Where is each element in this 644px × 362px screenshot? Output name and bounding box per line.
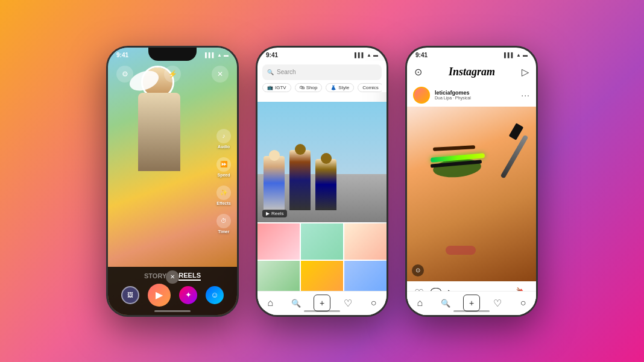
battery-icon: ▬ (373, 52, 378, 58)
main-video-reel[interactable]: ▶ Reels (257, 102, 387, 222)
story-tab[interactable]: STORY (144, 272, 166, 279)
settings-icon[interactable]: ⚙ (116, 66, 133, 83)
nav-add-button[interactable]: + (463, 295, 480, 311)
record-button[interactable]: ▶ (148, 284, 171, 307)
instagram-logo: Instagram (449, 66, 495, 78)
shop-label: Shop (306, 85, 318, 90)
timer-control[interactable]: ⏱ Timer (216, 214, 231, 234)
category-comics[interactable]: Comics (358, 83, 382, 92)
nav-profile-button[interactable]: ○ (515, 295, 532, 311)
nav-heart-button[interactable]: ♡ (489, 295, 506, 311)
phone2-status-icons: ▌▌▌ ▲ ▬ (355, 52, 378, 58)
phone1-shutter-row: 🖼 ▶ ✦ ☺ (121, 284, 224, 307)
phone1-top-controls: ⚙ ⚡ ✕ (108, 66, 237, 83)
post-options-button[interactable]: ··· (521, 90, 530, 100)
nav-search-button[interactable]: 🔍 (437, 295, 454, 311)
search-bar[interactable]: 🔍 Search (262, 64, 382, 80)
audio-label: Audio (218, 145, 230, 149)
categories-row: 📺 IGTV 🛍 Shop 👗 Style Comics TV & Movi… (262, 83, 382, 92)
face-image: ⊙ (407, 107, 536, 281)
phone1-home-indicator (154, 310, 191, 312)
wifi-icon: ▲ (367, 52, 371, 58)
phone2-time: 9:41 (266, 52, 278, 58)
effects-icon: ✨ (216, 186, 231, 200)
audio-control[interactable]: ♪ Audio (216, 129, 231, 149)
poster-avatar[interactable] (413, 87, 430, 104)
speed-icon: ⏩ (216, 157, 231, 172)
effects-control[interactable]: ✨ Effects (216, 186, 231, 205)
face-effects-button[interactable]: ☺ (206, 286, 224, 304)
post-meta: leticiafgomes Dua Lipa · Physical (435, 90, 516, 100)
category-style[interactable]: 👗 Style (326, 83, 354, 92)
reels-badge: ▶ Reels (262, 210, 287, 217)
gallery-button[interactable]: 🖼 (121, 286, 139, 304)
flash-icon[interactable]: ⚡ (164, 66, 181, 83)
speed-label: Speed (217, 173, 230, 177)
phone1-notch (148, 48, 197, 61)
grid-cell-3[interactable] (344, 223, 387, 260)
igtv-icon: 📺 (267, 85, 273, 90)
explore-grid (257, 223, 387, 297)
phone3-header: ⊙ Instagram ▷ (407, 61, 536, 84)
close-recording-button[interactable]: ✕ (166, 270, 179, 284)
nav-heart-button[interactable]: ♡ (339, 295, 356, 311)
shop-icon: 🛍 (300, 85, 305, 90)
style-label: Style (338, 85, 349, 90)
battery-icon: ▬ (523, 52, 528, 58)
reels-tab[interactable]: REELS (178, 272, 201, 281)
phone2: 9:41 ▌▌▌ ▲ ▬ 🔍 Search 📺 IGTV 🛍 Sh (256, 46, 388, 317)
nav-home-button[interactable]: ⌂ (411, 295, 428, 311)
speed-control[interactable]: ⏩ Speed (216, 157, 231, 177)
phone1-status-icons: ▌▌▌ ▲ ▬ (205, 52, 229, 58)
signal-icon: ▌▌▌ (355, 52, 365, 58)
igtv-label: IGTV (275, 85, 286, 90)
category-shop[interactable]: 🛍 Shop (295, 83, 323, 92)
effects-label: Effects (216, 201, 230, 205)
nav-profile-button[interactable]: ○ (365, 295, 382, 311)
close-camera-icon[interactable]: ✕ (212, 66, 229, 83)
send-header-icon[interactable]: ▷ (522, 66, 529, 78)
search-placeholder: Search (277, 69, 296, 75)
style-icon: 👗 (330, 85, 336, 90)
nav-home-button[interactable]: ⌂ (262, 295, 279, 311)
reels-badge-icon: ▶ (266, 211, 270, 216)
phone3-post-image: ⊙ (407, 107, 536, 281)
wifi-icon: ▲ (217, 52, 222, 58)
phone3-home-indicator (453, 310, 490, 312)
phone1-time: 9:41 (116, 52, 128, 58)
category-igtv[interactable]: 📺 IGTV (262, 83, 291, 92)
phone1-wrapper: 9:41 ▌▌▌ ▲ ▬ ⚙ ⚡ ✕ ♪ Audio (106, 46, 239, 317)
comics-label: Comics (362, 85, 379, 90)
grid-cell-2[interactable] (301, 223, 343, 260)
timer-icon: ⏱ (216, 214, 231, 228)
nav-search-button[interactable]: 🔍 (288, 295, 305, 311)
phone3-wrapper: 9:41 ▌▌▌ ▲ ▬ ⊙ Instagram ▷ leticiafgomes… (405, 46, 538, 317)
wifi-icon: ▲ (516, 52, 521, 58)
phone3-status-icons: ▌▌▌ ▲ ▬ (504, 52, 528, 58)
grid-cell-1[interactable] (257, 223, 300, 260)
phone2-header: 🔍 Search 📺 IGTV 🛍 Shop 👗 Style Comics (257, 61, 387, 92)
phone3-post-header: leticiafgomes Dua Lipa · Physical ··· (407, 84, 536, 107)
signal-icon: ▌▌▌ (205, 52, 215, 58)
signal-icon: ▌▌▌ (504, 52, 514, 58)
phone2-wrapper: 9:41 ▌▌▌ ▲ ▬ 🔍 Search 📺 IGTV 🛍 Sh (256, 46, 388, 317)
phone2-home-indicator (304, 310, 340, 312)
reels-record-icon: ▶ (156, 289, 163, 301)
nav-add-button[interactable]: + (314, 295, 330, 311)
reels-badge-label: Reels (271, 211, 283, 216)
phone3-time: 9:41 (415, 52, 428, 58)
phone1: 9:41 ▌▌▌ ▲ ▬ ⚙ ⚡ ✕ ♪ Audio (106, 46, 239, 317)
search-icon: 🔍 (267, 69, 274, 75)
phone3: 9:41 ▌▌▌ ▲ ▬ ⊙ Instagram ▷ leticiafgomes… (405, 46, 538, 317)
post-song: Dua Lipa · Physical (435, 96, 516, 100)
audio-icon: ♪ (216, 129, 231, 143)
post-username[interactable]: leticiafgomes (435, 90, 516, 96)
timer-label: Timer (218, 229, 230, 234)
phone1-side-controls: ♪ Audio ⏩ Speed ✨ Effects ⏱ Timer (216, 129, 231, 234)
phone3-notch (447, 48, 496, 61)
battery-icon: ▬ (224, 52, 229, 58)
phone2-notch (298, 48, 346, 61)
effects-button[interactable]: ✦ (179, 286, 197, 304)
camera-header-icon[interactable]: ⊙ (414, 66, 422, 78)
phone2-content: ▶ Reels (257, 102, 387, 291)
